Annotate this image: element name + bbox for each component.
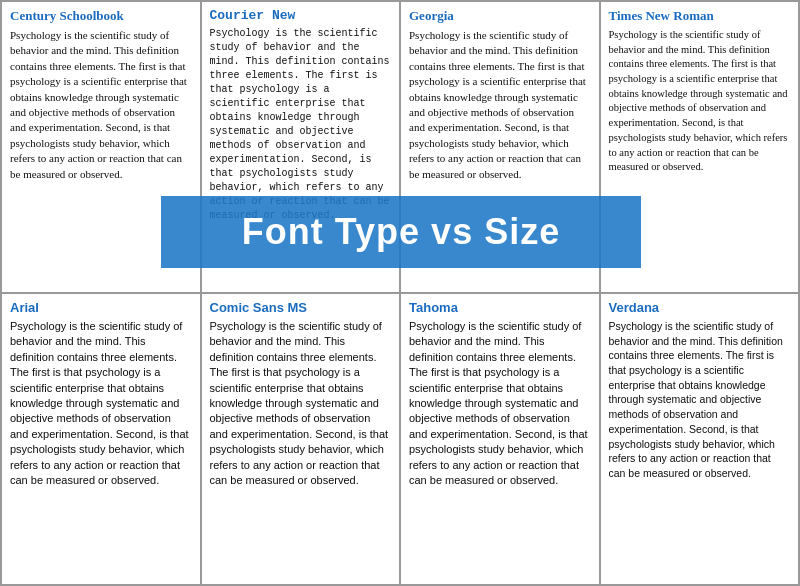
cell-verdana-body: Psychology is the scientific study of be… <box>609 319 791 481</box>
cell-comic-title: Comic Sans MS <box>210 300 392 315</box>
cell-arial-body: Psychology is the scientific study of be… <box>10 319 192 488</box>
font-comparison-grid: Century Schoolbook Psychology is the sci… <box>0 0 800 586</box>
cell-tahoma: Tahoma Psychology is the scientific stud… <box>400 293 600 585</box>
cell-verdana: Verdana Psychology is the scientific stu… <box>600 293 800 585</box>
cell-courier-body: Psychology is the scientific study of be… <box>210 27 392 223</box>
cell-arial-title: Arial <box>10 300 192 315</box>
cell-tahoma-body: Psychology is the scientific study of be… <box>409 319 591 488</box>
cell-century-title: Century Schoolbook <box>10 8 192 24</box>
cell-tnr-body: Psychology is the scientific study of be… <box>609 28 791 175</box>
cell-tnr-title: Times New Roman <box>609 8 791 24</box>
cell-georgia-body: Psychology is the scientific study of be… <box>409 28 591 182</box>
cell-verdana-title: Verdana <box>609 300 791 315</box>
cell-georgia-title: Georgia <box>409 8 591 24</box>
cell-comic-body: Psychology is the scientific study of be… <box>210 319 392 488</box>
banner-text: Font Type vs Size <box>242 211 560 253</box>
cell-arial: Arial Psychology is the scientific study… <box>1 293 201 585</box>
cell-century-body: Psychology is the scientific study of be… <box>10 28 192 182</box>
cell-comic: Comic Sans MS Psychology is the scientif… <box>201 293 401 585</box>
banner-overlay: Font Type vs Size <box>161 196 641 268</box>
cell-tahoma-title: Tahoma <box>409 300 591 315</box>
cell-courier-title: Courier New <box>210 8 392 23</box>
